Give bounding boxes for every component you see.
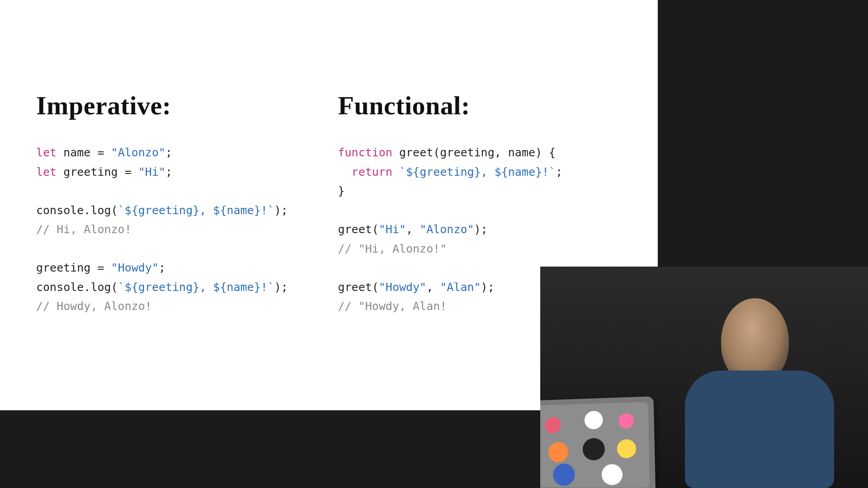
presentation-stage: Imperative: let name = "Alonzo"; let gre… xyxy=(0,0,868,488)
code-imperative: let name = "Alonzo"; let greeting = "Hi"… xyxy=(36,143,320,316)
heading-functional: Functional: xyxy=(338,90,622,121)
presenter-webcam xyxy=(540,267,868,488)
letterbox-right xyxy=(658,0,868,267)
presenter-silhouette xyxy=(667,280,811,470)
letterbox-bottom xyxy=(0,410,540,488)
presenter-laptop-icon xyxy=(540,396,656,488)
column-imperative: Imperative: let name = "Alonzo"; let gre… xyxy=(36,90,320,383)
heading-imperative: Imperative: xyxy=(36,90,320,121)
